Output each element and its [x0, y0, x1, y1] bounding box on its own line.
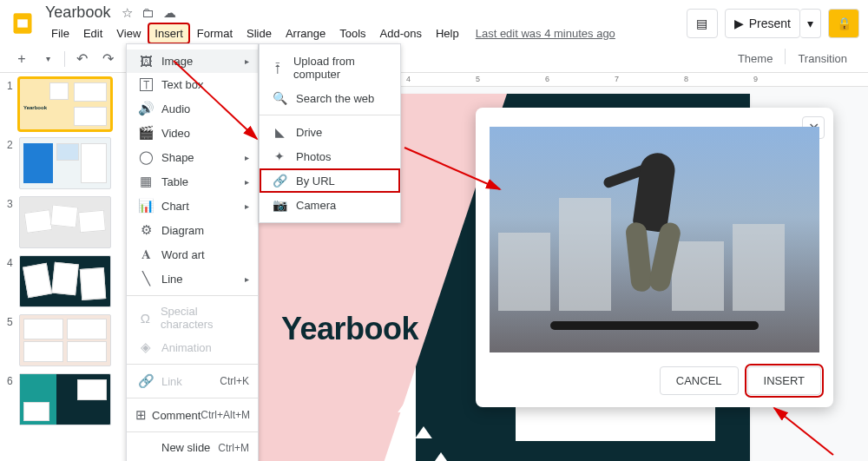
menu-arrange[interactable]: Arrange	[279, 23, 332, 43]
image-search[interactable]: 🔍Search the web	[260, 86, 400, 110]
star-icon[interactable]: ☆	[122, 5, 133, 20]
new-slide-icon[interactable]: +	[12, 51, 31, 67]
drive-icon: ◣	[270, 125, 289, 139]
new-slide-arrow-icon[interactable]: ▾	[38, 54, 57, 63]
insert-image-dialog: ✕ CANCEL INSERT	[476, 108, 833, 407]
comment-icon: ⊞	[135, 407, 147, 423]
share-button[interactable]: 🔒	[828, 9, 859, 38]
slide-title[interactable]: Yearbook	[281, 311, 418, 347]
menu-format[interactable]: Format	[191, 23, 239, 43]
table-icon: ▦	[135, 174, 156, 189]
insert-video[interactable]: 🎬Video	[127, 121, 258, 145]
slide-thumb-5[interactable]	[19, 314, 111, 366]
insert-table[interactable]: ▦Table▸	[127, 169, 258, 194]
present-label: Present	[749, 16, 791, 30]
animation-icon: ◈	[135, 339, 156, 355]
comment-icon: ▤	[696, 16, 707, 30]
present-icon: ▶	[734, 16, 744, 30]
insert-special: ΩSpecial characters	[127, 300, 258, 335]
photos-icon: ✦	[270, 149, 289, 163]
insert-wordart[interactable]: 𝐀Word art	[127, 242, 258, 267]
transition-button[interactable]: Transition	[786, 49, 859, 69]
menu-help[interactable]: Help	[430, 23, 465, 43]
image-submenu: ⭱Upload from computer 🔍Search the web ◣D…	[259, 43, 401, 223]
insert-textbox[interactable]: 🅃Text box	[127, 73, 258, 96]
doc-title[interactable]: Yearbook	[45, 3, 110, 22]
chevron-right-icon: ▸	[245, 56, 249, 66]
slide-thumb-4[interactable]	[19, 255, 111, 307]
audio-icon: 🔊	[135, 101, 156, 116]
slide-thumb-6[interactable]	[19, 373, 111, 425]
slide-panel[interactable]: 1 Yearbook 2 3 4	[0, 73, 128, 461]
cancel-button[interactable]: CANCEL	[660, 366, 739, 395]
insert-chart[interactable]: 📊Chart▸	[127, 194, 258, 218]
move-icon[interactable]: 🗀	[141, 5, 155, 20]
menu-edit[interactable]: Edit	[77, 23, 108, 43]
menu-addons[interactable]: Add-ons	[374, 23, 428, 43]
redo-icon[interactable]: ↷	[98, 50, 117, 67]
diagram-icon: ⚙	[135, 222, 156, 238]
image-drive[interactable]: ◣Drive	[260, 120, 400, 144]
preview-image	[490, 127, 819, 352]
theme-button[interactable]: Theme	[726, 49, 785, 69]
slide-num: 5	[7, 314, 19, 366]
chart-icon: 📊	[135, 198, 156, 214]
textbox-icon: 🅃	[135, 77, 156, 92]
undo-icon[interactable]: ↶	[72, 50, 91, 67]
present-button[interactable]: ▶ Present	[725, 9, 800, 38]
insert-image[interactable]: 🖼Image▸	[127, 49, 258, 73]
menu-view[interactable]: View	[110, 23, 147, 43]
slide-thumb-2[interactable]	[19, 137, 111, 189]
insert-line[interactable]: ╲Line▸	[127, 267, 258, 291]
camera-icon: 📷	[270, 198, 289, 212]
image-photos[interactable]: ✦Photos	[260, 144, 400, 168]
slide-num: 6	[7, 373, 19, 425]
slide-num: 1	[7, 78, 19, 130]
insert-diagram[interactable]: ⚙Diagram	[127, 218, 258, 242]
present-dropdown[interactable]: ▾	[800, 9, 821, 38]
last-edit-link[interactable]: Last edit was 4 minutes ago	[476, 27, 615, 40]
shape-icon: ◯	[135, 149, 156, 165]
insert-audio[interactable]: 🔊Audio	[127, 96, 258, 121]
insert-menu: 🖼Image▸ 🅃Text box 🔊Audio 🎬Video ◯Shape▸ …	[126, 43, 259, 461]
svg-rect-1	[17, 19, 28, 27]
insert-animation: ◈Animation	[127, 335, 258, 359]
wordart-icon: 𝐀	[135, 247, 156, 262]
image-byurl[interactable]: 🔗By URL	[260, 168, 400, 193]
video-icon: 🎬	[135, 125, 156, 141]
insert-comment[interactable]: ⊞CommentCtrl+Alt+M	[127, 403, 258, 427]
lock-icon: 🔒	[837, 16, 852, 30]
upload-icon: ⭱	[270, 61, 286, 75]
image-camera[interactable]: 📷Camera	[260, 193, 400, 217]
special-icon: Ω	[135, 311, 155, 326]
comments-button[interactable]: ▤	[687, 9, 718, 38]
link-icon: 🔗	[135, 373, 156, 389]
menu-slide[interactable]: Slide	[240, 23, 278, 43]
insert-shape[interactable]: ◯Shape▸	[127, 145, 258, 169]
menu-tools[interactable]: Tools	[333, 23, 372, 43]
slide-num: 2	[7, 137, 19, 189]
slide-num: 4	[7, 255, 19, 307]
slide-thumb-3[interactable]	[19, 196, 111, 248]
menu-insert[interactable]: Insert	[148, 23, 189, 43]
line-icon: ╲	[135, 271, 156, 286]
insert-link: 🔗LinkCtrl+K	[127, 369, 258, 393]
doc-icons: ☆ 🗀 ☁	[119, 5, 178, 21]
image-icon: 🖼	[135, 54, 156, 69]
slide-thumb-1[interactable]: Yearbook	[19, 78, 111, 130]
search-icon: 🔍	[270, 91, 289, 105]
cloud-icon[interactable]: ☁	[163, 5, 176, 20]
insert-button[interactable]: INSERT	[747, 366, 821, 395]
chevron-down-icon: ▾	[807, 16, 813, 30]
menu-file[interactable]: File	[45, 23, 76, 43]
slide-num: 3	[7, 196, 19, 248]
slides-logo[interactable]	[7, 8, 38, 39]
insert-newslide[interactable]: New slideCtrl+M	[127, 437, 258, 458]
url-icon: 🔗	[270, 174, 289, 188]
image-upload[interactable]: ⭱Upload from computer	[260, 49, 400, 86]
